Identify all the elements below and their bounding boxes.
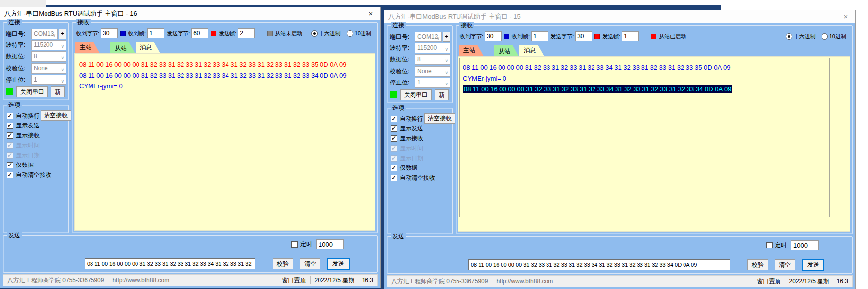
connection-group: 连接 端口号: COM12∨ + 波特率: 115200∨ 数据位: 8∨ — [387, 25, 453, 103]
message-area[interactable]: 08 11 00 16 00 00 00 31 32 33 31 32 33 3… — [459, 58, 830, 217]
close-port-button[interactable]: 关闭串口 — [16, 86, 48, 97]
tx-frames-input[interactable] — [238, 28, 255, 38]
window-client-area: 连接 端口号: COM12∨ + 波特率: 115200∨ 数据位: 8∨ — [384, 23, 855, 289]
status-topmost[interactable]: 窗口置顶 — [282, 276, 306, 285]
tx-frames-label: 发送帧: — [602, 33, 620, 40]
timer-interval-input[interactable] — [316, 239, 344, 249]
baud-select[interactable]: 115200∨ — [415, 43, 450, 53]
tx-frames-label: 发送帧: — [219, 30, 236, 37]
message-line: 08 11 00 16 00 00 00 31 32 33 31 32 33 3… — [79, 59, 352, 70]
connection-group-label: 连接 — [391, 22, 406, 29]
new-window-button[interactable]: 新 — [51, 86, 65, 97]
slave-status-label: 从站未启动 — [275, 30, 302, 37]
close-port-button[interactable]: 关闭串口 — [400, 89, 432, 100]
rx-bytes-input[interactable] — [101, 28, 118, 38]
radio-icon — [822, 33, 828, 40]
rx-frames-input[interactable] — [147, 28, 164, 38]
message-area[interactable]: 08 11 00 16 00 00 00 31 32 33 31 32 33 3… — [76, 55, 355, 216]
baud-select[interactable]: 115200∨ — [31, 40, 66, 50]
checkbox-icon — [7, 123, 13, 129]
tx-bytes-input[interactable] — [575, 31, 592, 41]
receive-group-label: 接收 — [459, 22, 474, 29]
status-url[interactable]: http://www.bfh88.com — [112, 277, 169, 284]
radio-decimal-display[interactable]: 10进制 — [822, 33, 846, 40]
checkbox-show-send[interactable]: 显示发送 — [7, 122, 66, 129]
status-company: 八方汇工程师商学院 0755-33675909 — [391, 277, 488, 286]
verify-button[interactable]: 校验 — [747, 259, 768, 270]
tab-slave[interactable]: 从站 — [110, 42, 135, 53]
message-line: CYMEr-jymi= 0 — [463, 73, 826, 84]
radio-hex-display[interactable]: 十六进制 — [311, 30, 341, 37]
checkbox-icon — [7, 172, 13, 178]
timer-interval-input[interactable] — [791, 240, 819, 250]
desktop-background — [0, 0, 46, 7]
stopbits-label: 停止位: — [390, 79, 415, 87]
send-button[interactable]: 发送 — [802, 259, 824, 271]
checkbox-show-receive[interactable]: 显示接收 — [391, 135, 450, 142]
checkbox-show-send[interactable]: 显示发送 — [391, 125, 450, 132]
tx-bytes-input[interactable] — [191, 28, 208, 38]
rx-bytes-label: 收到字节: — [76, 30, 99, 37]
rx-frames-label: 收到帧: — [128, 30, 146, 37]
radio-decimal-display[interactable]: 10进制 — [347, 30, 371, 37]
chevron-down-icon: ∨ — [445, 45, 448, 53]
titlebar[interactable]: 八方汇-串口ModBus RTU调试助手 主窗口 - 15 × — [384, 10, 855, 23]
clear-receive-button[interactable]: 清空接收 — [424, 113, 455, 124]
verify-button[interactable]: 校验 — [273, 258, 293, 269]
databits-select[interactable]: 8∨ — [31, 51, 66, 62]
send-data-input[interactable] — [468, 259, 730, 270]
clear-button[interactable]: 清空 — [775, 259, 795, 270]
new-window-button[interactable]: 新 — [435, 89, 449, 100]
chevron-down-icon: ∨ — [436, 34, 440, 42]
tab-message[interactable]: 消息 — [519, 45, 544, 56]
checkbox-icon — [766, 242, 773, 248]
checkbox-data-only[interactable]: 仅数据 — [7, 162, 66, 169]
radio-hex-display[interactable]: 十六进制 — [786, 33, 816, 40]
parity-select[interactable]: None∨ — [415, 66, 450, 77]
connection-group-label: 连接 — [7, 19, 22, 26]
parity-select[interactable]: None∨ — [31, 63, 66, 74]
clear-button[interactable]: 清空 — [300, 258, 320, 269]
clear-receive-button[interactable]: 清空接收 — [41, 110, 71, 121]
checkbox-icon — [391, 175, 397, 181]
tab-master[interactable]: 主站 — [75, 42, 100, 53]
checkbox-data-only[interactable]: 仅数据 — [391, 165, 450, 172]
tx-frames-input[interactable] — [622, 31, 639, 41]
stopbits-select[interactable]: 1∨ — [31, 75, 66, 85]
radio-icon — [311, 30, 318, 37]
checkbox-icon — [391, 116, 397, 122]
chevron-down-icon: ∨ — [445, 80, 448, 88]
rx-frames-label: 收到帧: — [512, 33, 530, 40]
tab-slave[interactable]: 从站 — [494, 45, 519, 56]
message-line: 08 11 00 16 00 00 00 31 32 33 31 32 33 3… — [79, 70, 352, 81]
port-select[interactable]: COM12∨ — [415, 32, 442, 42]
timer-checkbox[interactable]: 定时 — [291, 241, 312, 248]
titlebar[interactable]: 八方汇-串口ModBus RTU调试助手 主窗口 - 16 × — [0, 7, 380, 20]
close-icon[interactable]: × — [837, 11, 854, 23]
timer-checkbox[interactable]: 定时 — [766, 242, 787, 249]
tab-master[interactable]: 主站 — [459, 45, 484, 56]
tab-message[interactable]: 消息 — [136, 42, 160, 53]
rx-frames-input[interactable] — [531, 31, 548, 41]
rx-bytes-input[interactable] — [485, 31, 502, 41]
port-select[interactable]: COM13∨ — [31, 29, 58, 39]
rx-frame-color-icon — [504, 34, 509, 39]
send-button[interactable]: 发送 — [327, 258, 350, 270]
add-port-button[interactable]: + — [59, 29, 66, 39]
close-icon[interactable]: × — [363, 8, 379, 20]
checkbox-auto-clear-receive[interactable]: 自动清空接收 — [7, 171, 66, 179]
status-topmost[interactable]: 窗口置顶 — [757, 277, 781, 286]
message-page: 08 11 00 16 00 00 00 31 32 33 31 32 33 3… — [74, 53, 375, 231]
receive-group: 接收 收到字节: 收到帧: 发送字节: 发送帧: 从站已启动 — [456, 25, 853, 234]
status-datetime: 2022/12/5 星期一 16:3 — [315, 276, 373, 285]
stopbits-select[interactable]: 1∨ — [415, 78, 450, 88]
checkbox-auto-clear-receive[interactable]: 自动清空接收 — [391, 174, 450, 182]
status-url[interactable]: http://www.bfh88.com — [496, 278, 553, 285]
send-data-input[interactable] — [85, 258, 255, 269]
slave-status-icon — [267, 31, 273, 36]
tx-frame-color-icon — [594, 34, 600, 39]
databits-select[interactable]: 8∨ — [415, 54, 450, 65]
add-port-button[interactable]: + — [443, 32, 450, 42]
checkbox-show-receive[interactable]: 显示接收 — [7, 132, 66, 139]
divider — [278, 276, 278, 284]
